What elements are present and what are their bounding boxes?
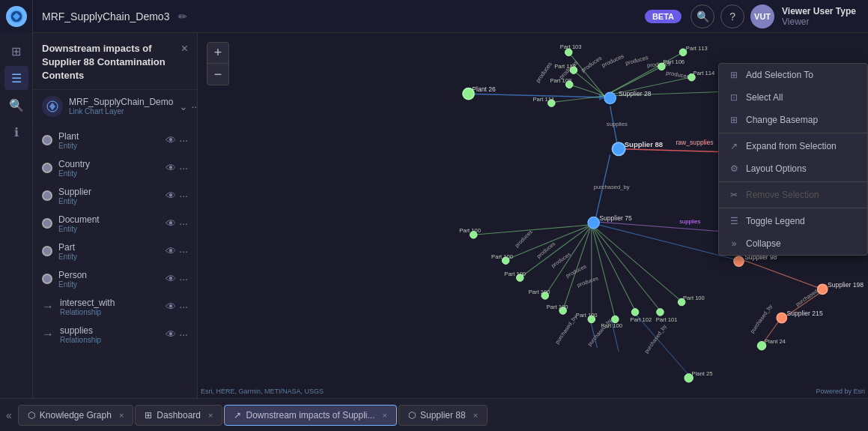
context-menu-item-collapse[interactable]: » Collapse [719,232,867,255]
svg-text:Part 111: Part 111 [533,96,555,103]
context-menu-item-select-all[interactable]: ⊡ Select All [719,86,867,109]
tab-dashboard[interactable]: ⊞ Dashboard × [135,405,222,426]
remove-selection-icon: ✂ [728,189,740,201]
entity-type: Entity [58,225,160,233]
context-menu-label: Toggle Legend [746,216,805,226]
user-info: Viewer User Type Viewer [782,6,856,27]
sidebar-expand-button[interactable]: « [6,409,16,421]
entity-more-button[interactable]: ··· [179,245,188,257]
entity-item-actions: 👁 ··· [166,245,188,257]
layer-name: MRF_SupplyChain_Demo [69,97,173,107]
supplier88-tab-icon: ⬡ [408,410,416,421]
list-item: Plant Entity 👁 ··· [33,127,197,154]
svg-point-54 [604,92,616,103]
map-zoom-controls: + − [207,42,229,85]
context-menu-divider [719,208,867,208]
layer-sublabel: Link Chart Layer [69,107,173,115]
entity-name: Document [58,214,160,225]
tab-knowledge-graph-close[interactable]: × [119,411,124,420]
svg-text:Supplier 198: Supplier 198 [828,281,864,289]
entity-type: Relationship [60,336,160,344]
context-menu-item-expand-selection[interactable]: ↗ Expand from Selection [719,135,867,157]
tab-downstream[interactable]: ↗ Downstream impacts of Suppli... × [224,405,397,426]
layer-more-button[interactable]: ··· [191,100,198,112]
entity-more-button[interactable]: ··· [179,190,188,202]
sidebar-icon-search[interactable]: 🔍 [4,93,28,117]
entity-visibility-button[interactable]: 👁 [166,328,176,340]
entity-info: Part Entity [58,242,160,261]
svg-point-100 [612,316,619,323]
svg-text:Part 100: Part 100 [547,304,568,310]
avatar[interactable]: VUT [750,4,774,28]
svg-text:Part 100: Part 100 [576,312,598,319]
entity-name: Supplier [58,187,160,197]
panel-header: Downstream impacts of Supplier 88 Contam… [33,33,197,90]
entity-visibility-button[interactable]: 👁 [166,134,176,146]
svg-text:Plant 24: Plant 24 [765,338,786,345]
svg-point-78 [588,217,599,228]
entity-type: Entity [58,280,160,289]
context-menu-item-toggle-legend[interactable]: ☰ Toggle Legend [719,210,867,232]
dashboard-tab-icon: ⊞ [145,410,152,421]
svg-text:Plant 26: Plant 26 [472,85,496,93]
entity-list: Plant Entity 👁 ··· Country Entity 👁 ··· [33,124,197,352]
entity-name: Part [58,242,160,253]
tab-supplier88-close[interactable]: × [473,411,478,420]
entity-dot [42,274,52,284]
zoom-out-button[interactable]: − [207,64,228,85]
tab-dashboard-close[interactable]: × [208,411,213,420]
sidebar-icon-contents[interactable]: ☰ [4,66,28,90]
layer-expand-button[interactable]: ⌄ [179,100,188,112]
entity-more-button[interactable]: ··· [179,162,188,174]
svg-point-102 [631,309,639,316]
context-menu-label: Expand from Selection [746,141,837,151]
zoom-in-button[interactable]: + [207,43,228,64]
toggle-legend-icon: ☰ [728,215,740,227]
search-button[interactable]: 🔍 [691,4,714,28]
context-menu-label: Add Selection To [746,70,813,80]
change-basemap-icon: ⊞ [728,114,740,126]
entity-more-button[interactable]: ··· [179,273,188,285]
beta-badge: BETA [645,10,682,23]
bottom-tab-bar: « ⬡ Knowledge Graph × ⊞ Dashboard × ↗ Do… [0,398,868,431]
context-menu: ⊞ Add Selection To ⊡ Select All ⊞ Change… [718,63,868,256]
svg-point-74 [612,142,625,155]
entity-more-button[interactable]: ··· [179,217,188,229]
entity-more-button[interactable]: ··· [179,328,188,340]
tab-supplier88[interactable]: ⬡ Supplier 88 × [398,405,488,426]
tab-downstream-close[interactable]: × [383,411,387,420]
entity-name: Country [58,159,160,169]
entity-more-button[interactable]: ··· [179,134,188,146]
entity-dot [42,246,52,256]
entity-visibility-button[interactable]: 👁 [166,162,176,174]
tab-downstream-label: Downstream impacts of Suppli... [246,410,374,421]
entity-more-button[interactable]: ··· [179,301,188,313]
relationship-arrow-icon: → [42,328,54,341]
tab-knowledge-graph[interactable]: ⬡ Knowledge Graph × [18,405,134,426]
help-button[interactable]: ? [720,4,744,28]
context-menu-item-change-basemap[interactable]: ⊞ Change Basemap [719,109,867,131]
entity-name: Person [58,270,160,280]
context-menu-item-add-selection[interactable]: ⊞ Add Selection To [719,64,867,86]
entity-visibility-button[interactable]: 👁 [166,301,176,313]
entity-visibility-button[interactable]: 👁 [166,273,176,285]
svg-text:Supplier 88: Supplier 88 [625,140,663,148]
entity-visibility-button[interactable]: 👁 [166,245,176,257]
relationship-arrow-icon: → [42,300,54,313]
svg-text:Part 100: Part 100 [529,289,550,295]
entity-info: Supplier Entity [58,187,160,205]
add-selection-icon: ⊞ [728,69,740,81]
context-menu-item-remove-selection[interactable]: ✂ Remove Selection [719,184,867,206]
layer-actions: ⌄ ··· [179,100,198,112]
map-area[interactable]: + − [198,33,868,398]
panel-close-button[interactable]: × [181,42,188,55]
sidebar-icon-layers[interactable]: ⊞ [4,39,28,63]
entity-visibility-button[interactable]: 👁 [166,217,176,229]
edit-icon[interactable]: ✏ [178,10,187,22]
sidebar-icon-info[interactable]: ℹ [4,120,28,144]
entity-info: Document Entity [58,214,160,233]
svg-text:raw_supplies: raw_supplies [676,139,713,146]
entity-visibility-button[interactable]: 👁 [166,190,176,202]
context-menu-item-layout-options[interactable]: ⚙ Layout Options [719,157,867,180]
list-item: → supplies Relationship 👁 ··· [33,321,197,349]
